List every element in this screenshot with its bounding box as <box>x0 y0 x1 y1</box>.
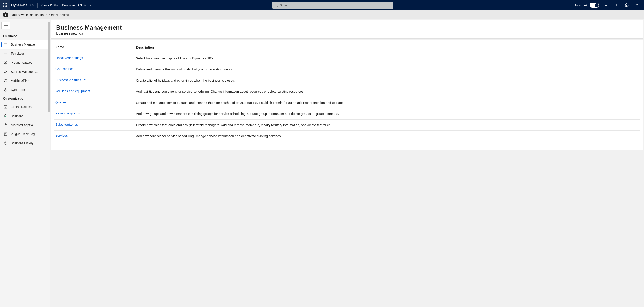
table-cell-description: Select fiscal year settings for Microsof… <box>136 56 640 61</box>
sidebar-toggle-button[interactable] <box>1 22 10 29</box>
sidebar-item-label: Plug-In Trace Log <box>11 132 35 136</box>
notification-bar[interactable]: i You have 19 notifications. Select to v… <box>0 10 644 20</box>
box-icon <box>4 60 8 65</box>
search-box[interactable] <box>272 2 393 9</box>
svg-point-6 <box>4 6 4 7</box>
svg-point-5 <box>6 5 7 6</box>
table-cell-description: Define and manage the kinds of goals tha… <box>136 67 640 72</box>
settings-link[interactable]: Resource groups <box>55 112 80 115</box>
svg-point-9 <box>275 4 277 6</box>
svg-line-10 <box>277 6 278 7</box>
page-layout: Business Business Manage... Templates Pr… <box>0 20 644 307</box>
sidebar-item-product-catalog[interactable]: Product Catalog <box>0 58 50 67</box>
sidebar-item-plugin-trace-log[interactable]: Plug-In Trace Log <box>0 130 50 138</box>
table-row: Goal metricsDefine and manage the kinds … <box>54 64 640 75</box>
sidebar-item-business-management[interactable]: Business Manage... <box>0 40 50 49</box>
sidebar-item-solutions-history[interactable]: Solutions History <box>0 138 50 148</box>
briefcase-icon <box>4 42 8 47</box>
sidebar-item-label: Templates <box>11 52 24 55</box>
sidebar-item-sync-error[interactable]: Sync Error <box>0 85 50 94</box>
search-input[interactable] <box>278 4 391 7</box>
settings-link[interactable]: Facilities and equipment <box>55 89 90 93</box>
table-row: Fiscal year settingsSelect fiscal year s… <box>54 53 640 64</box>
log-icon <box>4 132 8 136</box>
top-nav-right: New look <box>575 0 644 10</box>
table-cell-name: Resource groups <box>54 112 136 115</box>
external-link-icon <box>83 78 86 82</box>
table-cell-description: Add facilities and equipment for service… <box>136 89 640 94</box>
search-wrap <box>91 2 575 9</box>
hamburger-icon <box>4 24 8 27</box>
sidebar-item-label: Sync Error <box>11 88 25 92</box>
sidebar-item-label: Customizations <box>11 105 32 108</box>
column-header-name: Name <box>54 45 136 49</box>
main-content: Business Management Business settings Na… <box>50 20 644 307</box>
table-cell-name: Business closures <box>54 78 136 82</box>
svg-rect-19 <box>4 52 7 53</box>
settings-link[interactable]: Goal metrics <box>55 67 74 70</box>
table-cell-description: Create and manage service queues, and ma… <box>136 100 640 105</box>
settings-link[interactable]: Fiscal year settings <box>55 56 83 60</box>
settings-link[interactable]: Queues <box>55 100 67 104</box>
svg-point-4 <box>5 5 6 6</box>
new-look-toggle[interactable] <box>590 3 599 8</box>
svg-rect-18 <box>4 44 7 46</box>
notification-text: You have 19 notifications. Select to vie… <box>11 13 70 16</box>
ideas-button[interactable] <box>601 0 611 10</box>
table-cell-description: Add new groups and new members to existi… <box>136 112 640 116</box>
table-row: Business closuresCreate a list of holida… <box>54 75 640 86</box>
add-button[interactable] <box>611 0 622 10</box>
sidebar-item-service-management[interactable]: Service Managem... <box>0 67 50 76</box>
help-button[interactable] <box>632 0 642 10</box>
svg-point-13 <box>626 5 627 6</box>
sidebar-item-templates[interactable]: Templates <box>0 49 50 58</box>
table-cell-description: Create new sales territories and assign … <box>136 123 640 128</box>
info-icon: i <box>3 12 8 18</box>
solutions-icon <box>4 114 8 118</box>
svg-point-22 <box>6 90 6 90</box>
sidebar-item-label: Mobile Offline <box>11 79 29 82</box>
table-cell-name: Queues <box>54 100 136 104</box>
column-header-description: Description <box>136 45 640 50</box>
search-icon <box>274 4 278 7</box>
table-cell-description: Add new services for service scheduling.… <box>136 134 640 138</box>
wrench-icon <box>4 70 8 74</box>
table-row: Resource groupsAdd new groups and new me… <box>54 108 640 120</box>
page-title: Business Management <box>56 24 638 31</box>
sidebar-item-label: Solutions History <box>11 142 34 145</box>
globe-icon <box>4 78 8 83</box>
app-launcher-button[interactable] <box>0 0 10 10</box>
new-look-label: New look <box>575 4 588 7</box>
settings-link[interactable]: Services <box>55 134 68 137</box>
app-subtitle: Power Platform Environment Settings <box>38 4 91 7</box>
sidebar-item-mobile-offline[interactable]: Mobile Offline <box>0 76 50 85</box>
settings-link[interactable]: Sales territories <box>55 123 78 126</box>
table-cell-name: Goal metrics <box>54 67 136 70</box>
settings-table: Name Description Fiscal year settingsSel… <box>54 44 640 142</box>
svg-point-0 <box>4 4 4 4</box>
history-icon <box>4 141 8 145</box>
svg-rect-20 <box>4 53 7 55</box>
sidebar-item-customizations[interactable]: Customizations <box>0 102 50 112</box>
svg-point-7 <box>5 6 6 7</box>
help-icon <box>635 3 639 7</box>
settings-button[interactable] <box>622 0 632 10</box>
sidebar-item-solutions[interactable]: Solutions <box>0 112 50 120</box>
settings-link[interactable]: Business closures <box>55 78 86 82</box>
plus-icon <box>614 3 618 7</box>
brand-label[interactable]: Dynamics 365 <box>10 2 38 8</box>
sidebar-group-customization: Customization <box>0 94 50 102</box>
page-header: Business Management Business settings <box>51 20 643 39</box>
sidebar: Business Business Manage... Templates Pr… <box>0 20 50 307</box>
page-subtitle: Business settings <box>56 32 638 36</box>
sidebar-item-appsource[interactable]: Microsoft AppSou... <box>0 120 50 130</box>
sidebar-scrollbar[interactable] <box>48 22 50 112</box>
table-row: QueuesCreate and manage service queues, … <box>54 97 640 108</box>
customize-icon <box>4 105 8 109</box>
top-nav: Dynamics 365 Power Platform Environment … <box>0 0 644 10</box>
table-row: Facilities and equipmentAdd facilities a… <box>54 86 640 97</box>
sidebar-item-label: Business Manage... <box>11 43 37 46</box>
lightbulb-icon <box>604 3 608 7</box>
table-row: ServicesAdd new services for service sch… <box>54 130 640 142</box>
table-row: Sales territoriesCreate new sales territ… <box>54 120 640 131</box>
